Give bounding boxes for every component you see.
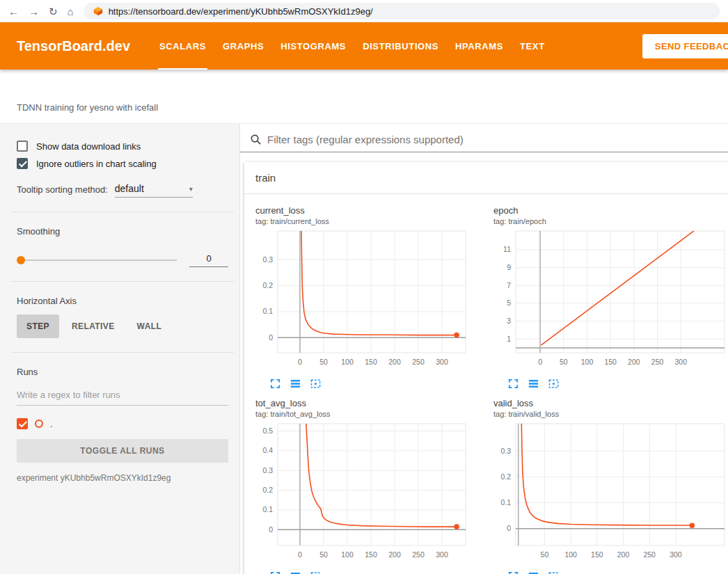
toggle-y-axis-icon[interactable]	[528, 571, 539, 574]
divider	[11, 352, 234, 353]
svg-text:5: 5	[507, 298, 511, 307]
fit-domain-icon[interactable]	[310, 571, 322, 574]
back-icon[interactable]: ←	[8, 6, 19, 17]
line-chart[interactable]: 05010015020025030000.10.20.3	[250, 227, 468, 374]
chart-card: tot_avg_loss tag: train/tot_avg_loss 050…	[244, 392, 482, 574]
svg-text:200: 200	[628, 358, 640, 366]
run-color-swatch	[35, 420, 43, 428]
toggle-y-axis-icon[interactable]	[290, 378, 301, 390]
tab-histograms[interactable]: HISTOGRAMS	[272, 22, 354, 70]
svg-text:50: 50	[319, 550, 328, 559]
svg-text:0.1: 0.1	[262, 505, 273, 513]
tab-scalars[interactable]: SCALARS	[151, 22, 214, 70]
svg-text:100: 100	[341, 550, 354, 559]
chart-toolbar	[488, 566, 728, 574]
chart-toolbar	[488, 374, 728, 392]
show-download-links-label: Show data download links	[36, 141, 141, 152]
svg-text:0: 0	[298, 358, 302, 366]
run-checkbox[interactable]	[17, 418, 28, 429]
chart-card: valid_loss tag: train/valid_loss 5010015…	[482, 392, 728, 574]
show-download-links-checkbox[interactable]	[17, 141, 28, 152]
svg-text:0.2: 0.2	[500, 472, 511, 481]
expand-chart-icon[interactable]	[269, 571, 281, 574]
svg-text:9: 9	[507, 263, 511, 271]
chart-title: tot_avg_loss	[255, 398, 482, 408]
url-text: https://tensorboard.dev/experiment/yKUbh…	[109, 6, 373, 17]
browser-chrome: ← → ↻ ⌂ https://tensorboard.dev/experime…	[0, 0, 728, 22]
svg-text:50: 50	[541, 550, 549, 559]
svg-text:7: 7	[507, 281, 511, 289]
tab-distributions[interactable]: DISTRIBUTIONS	[354, 22, 447, 70]
run-row[interactable]: .	[17, 418, 228, 429]
toggle-y-axis-icon[interactable]	[528, 378, 539, 390]
chart-card: current_loss tag: train/current_loss 050…	[244, 200, 482, 392]
expand-chart-icon[interactable]	[507, 571, 519, 574]
nav-tabs: SCALARS GRAPHS HISTOGRAMS DISTRIBUTIONS …	[151, 22, 553, 70]
svg-text:200: 200	[388, 358, 401, 366]
chart-tag: tag: train/valid_loss	[493, 410, 728, 418]
line-chart[interactable]: 0501001502002503001357911	[488, 227, 727, 374]
expand-chart-icon[interactable]	[507, 378, 519, 390]
toggle-y-axis-icon[interactable]	[290, 571, 301, 574]
axis-relative-button[interactable]: RELATIVE	[62, 314, 125, 338]
ignore-outliers-row[interactable]: Ignore outliers in chart scaling	[17, 158, 228, 169]
svg-text:0.3: 0.3	[262, 255, 273, 264]
chart-toolbar	[250, 374, 482, 392]
svg-text:0.1: 0.1	[262, 307, 273, 315]
chart-title: epoch	[493, 205, 728, 216]
expand-chart-icon[interactable]	[269, 378, 281, 390]
smoothing-slider[interactable]	[17, 260, 177, 261]
chart-title: valid_loss	[493, 398, 728, 408]
tooltip-sorting-row: Tooltip sorting method: default ▾	[17, 183, 228, 198]
send-feedback-button[interactable]: SEND FEEDBACK	[642, 34, 728, 58]
reload-icon[interactable]: ↻	[49, 6, 58, 17]
tooltip-sorting-value: default	[115, 183, 144, 194]
sidebar: Show data download links Ignore outliers…	[0, 124, 240, 574]
svg-text:300: 300	[675, 358, 688, 366]
line-chart[interactable]: 05010015020025030000.10.20.30.40.5	[250, 420, 468, 566]
svg-text:100: 100	[564, 550, 577, 559]
svg-text:0.2: 0.2	[262, 486, 273, 494]
svg-text:150: 150	[365, 358, 377, 366]
chart-title: current_loss	[255, 205, 482, 216]
ignore-outliers-checkbox[interactable]	[17, 158, 28, 169]
chart-card: epoch tag: train/epoch 05010015020025030…	[482, 200, 728, 392]
smoothing-slider-thumb[interactable]	[17, 256, 25, 264]
fit-domain-icon[interactable]	[548, 571, 560, 574]
runs-label: Runs	[17, 367, 228, 377]
ignore-outliers-label: Ignore outliers in chart scaling	[36, 159, 157, 169]
tag-filter-row	[240, 124, 728, 152]
tag-filter-input[interactable]	[267, 134, 728, 145]
fit-domain-icon[interactable]	[548, 378, 560, 390]
horizontal-axis-label: Horizontal Axis	[17, 296, 228, 306]
home-icon[interactable]: ⌂	[68, 6, 74, 17]
train-card-header[interactable]: train	[244, 162, 728, 194]
toggle-all-runs-button[interactable]: TOGGLE ALL RUNS	[17, 439, 228, 463]
experiment-id-label: experiment yKUbhb5wRmOSXYkId1z9eg	[17, 473, 228, 483]
svg-text:200: 200	[388, 550, 401, 559]
axis-wall-button[interactable]: WALL	[127, 314, 172, 338]
smoothing-value[interactable]: 0	[189, 253, 228, 267]
svg-text:0: 0	[538, 358, 542, 366]
chart-toolbar	[250, 566, 482, 574]
forward-icon[interactable]: →	[29, 6, 39, 17]
chart-tag: tag: train/tot_avg_loss	[255, 410, 482, 418]
dropdown-arrow-icon: ▾	[189, 185, 193, 193]
runs-filter-input[interactable]	[17, 387, 228, 406]
tensorboard-favicon	[93, 6, 103, 16]
smoothing-row: 0	[17, 253, 228, 267]
smoothing-label: Smoothing	[17, 226, 228, 237]
svg-text:100: 100	[341, 358, 354, 366]
svg-text:0.2: 0.2	[262, 281, 273, 289]
tab-graphs[interactable]: GRAPHS	[214, 22, 272, 70]
svg-text:0.1: 0.1	[500, 498, 511, 507]
line-chart[interactable]: 5010015020025030000.10.20.3	[488, 420, 727, 566]
tab-text[interactable]: TEXT	[512, 22, 553, 70]
address-bar[interactable]: https://tensorboard.dev/experiment/yKUbh…	[84, 3, 720, 19]
axis-step-button[interactable]: STEP	[17, 314, 59, 338]
svg-text:150: 150	[365, 550, 377, 559]
tab-hparams[interactable]: HPARAMS	[447, 22, 512, 70]
show-download-links-row[interactable]: Show data download links	[17, 141, 228, 152]
fit-domain-icon[interactable]	[310, 378, 322, 390]
tooltip-sorting-select[interactable]: default ▾	[115, 183, 193, 198]
